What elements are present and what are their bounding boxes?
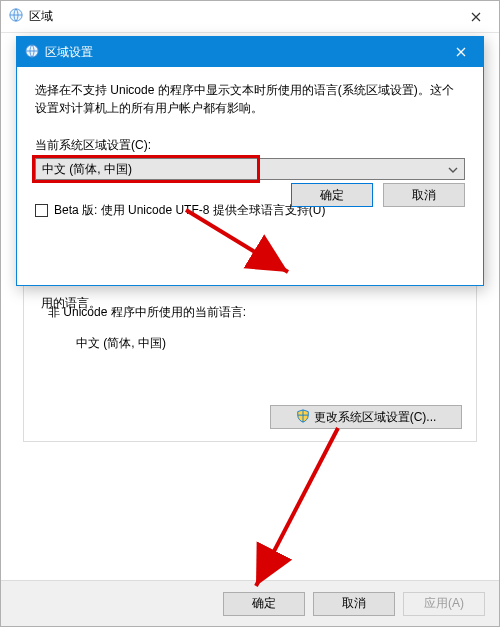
combo-wrap: 中文 (简体, 中国) — [35, 158, 465, 180]
change-system-locale-label: 更改系统区域设置(C)... — [314, 409, 437, 426]
outer-title: 区域 — [29, 8, 453, 25]
utf8-checkbox-label: Beta 版: 使用 Unicode UTF-8 提供全球语言支持(U) — [54, 202, 325, 219]
dialog-close-button[interactable] — [439, 37, 483, 67]
globe-icon — [25, 44, 39, 61]
dialog-title: 区域设置 — [45, 44, 439, 61]
outer-footer: 确定 取消 应用(A) — [1, 580, 499, 626]
dialog-buttons: 确定 取消 — [291, 183, 465, 207]
current-language-value: 中文 (简体, 中国) — [76, 335, 462, 352]
close-icon — [456, 47, 466, 57]
close-icon — [471, 12, 481, 22]
dialog-ok-button[interactable]: 确定 — [291, 183, 373, 207]
dialog-ok-label: 确定 — [320, 187, 344, 204]
shield-icon — [296, 409, 310, 426]
outer-close-button[interactable] — [453, 1, 499, 33]
dialog-cancel-button[interactable]: 取消 — [383, 183, 465, 207]
outer-cancel-button[interactable]: 取消 — [313, 592, 395, 616]
dialog-body: 选择在不支持 Unicode 的程序中显示文本时所使用的语言(系统区域设置)。这… — [17, 67, 483, 219]
system-locale-combobox[interactable]: 中文 (简体, 中国) — [35, 158, 465, 180]
non-unicode-group: 非 Unicode 程序中所使用的当前语言: 中文 (简体, 中国) 更改系统区… — [23, 267, 477, 442]
dialog-description: 选择在不支持 Unicode 的程序中显示文本时所使用的语言(系统区域设置)。这… — [35, 81, 465, 117]
outer-cancel-label: 取消 — [342, 595, 366, 612]
dialog-titlebar: 区域设置 — [17, 37, 483, 67]
outer-apply-button[interactable]: 应用(A) — [403, 592, 485, 616]
dialog-cancel-label: 取消 — [412, 187, 436, 204]
outer-apply-label: 应用(A) — [424, 595, 464, 612]
globe-icon — [9, 8, 23, 25]
outer-ok-button[interactable]: 确定 — [223, 592, 305, 616]
region-settings-dialog: 区域设置 选择在不支持 Unicode 的程序中显示文本时所使用的语言(系统区域… — [16, 36, 484, 286]
outer-titlebar: 区域 — [1, 1, 499, 33]
combo-value: 中文 (简体, 中国) — [42, 161, 132, 178]
current-language-label: 非 Unicode 程序中所使用的当前语言: — [48, 304, 462, 321]
change-system-locale-button[interactable]: 更改系统区域设置(C)... — [270, 405, 462, 429]
outer-ok-label: 确定 — [252, 595, 276, 612]
chevron-down-icon — [448, 162, 458, 176]
combo-label: 当前系统区域设置(C): — [35, 137, 465, 154]
utf8-checkbox[interactable] — [35, 204, 48, 217]
